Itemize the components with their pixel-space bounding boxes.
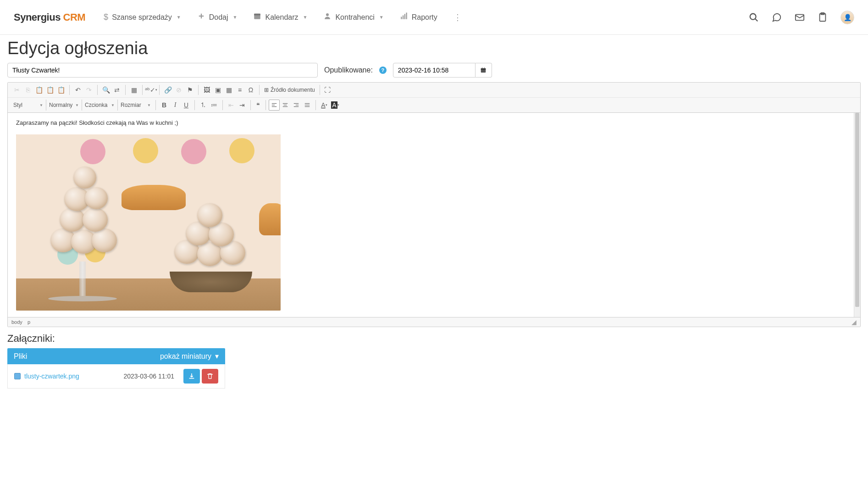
dollar-icon: $ xyxy=(104,12,108,22)
replace-button[interactable]: ⇄ xyxy=(111,84,122,95)
date-picker-button[interactable] xyxy=(475,63,492,78)
paste-word-button[interactable]: 📋 xyxy=(55,84,66,95)
source-button[interactable]: ⊞ Źródło dokumentu xyxy=(261,84,318,95)
align-center-button[interactable] xyxy=(280,100,291,111)
align-justify-button[interactable] xyxy=(302,100,313,111)
editor-content-area[interactable]: Zapraszamy na pączki! Słodkości czekają … xyxy=(8,113,854,317)
clipboard-button[interactable] xyxy=(818,12,828,22)
bold-button[interactable]: B xyxy=(159,100,170,111)
size-select[interactable]: Rozmiar▼ xyxy=(118,100,154,111)
maximize-button[interactable]: ⛶ xyxy=(322,84,333,95)
image-button[interactable]: 🖼 xyxy=(201,84,212,95)
editor-paragraph: Zapraszamy na pączki! Słodkości czekają … xyxy=(16,119,846,126)
indent-button[interactable]: ⇥ xyxy=(237,100,248,111)
published-date-input[interactable] xyxy=(393,63,475,78)
svg-rect-6 xyxy=(403,16,404,19)
scrollbar-thumb[interactable] xyxy=(855,113,859,307)
redo-button[interactable]: ↷ xyxy=(83,84,94,95)
hr-button[interactable]: ≡ xyxy=(234,84,245,95)
svg-rect-17 xyxy=(484,67,485,69)
ordered-list-button[interactable]: ⒈ xyxy=(198,100,209,111)
attachments-title: Załączniki: xyxy=(7,333,861,345)
align-left-button[interactable] xyxy=(269,100,280,111)
copy-button[interactable]: ⎘ xyxy=(22,84,33,95)
select-all-button[interactable]: ▦ xyxy=(128,84,139,95)
unordered-list-button[interactable]: ≔ xyxy=(209,100,220,111)
attachments-header: Pliki pokaż miniatury ▾ xyxy=(7,348,225,364)
text-color-button[interactable]: A▾ xyxy=(319,100,330,111)
align-right-button[interactable] xyxy=(291,100,302,111)
app-header: Synergius CRM $ Szanse sprzedaży ▼ Dodaj… xyxy=(0,0,868,35)
logo-suffix: CRM xyxy=(63,11,86,23)
element-path[interactable]: body p xyxy=(11,319,34,325)
underline-button[interactable]: U xyxy=(181,100,192,111)
header-actions: 👤 xyxy=(749,11,854,24)
table-button[interactable]: ▦ xyxy=(223,84,234,95)
cut-button[interactable]: ✂ xyxy=(11,84,22,95)
download-icon xyxy=(188,373,195,380)
nav-more[interactable]: ⋮ xyxy=(453,12,462,22)
nav-contractors[interactable]: Kontrahenci ▼ xyxy=(323,12,383,22)
format-select[interactable]: Normalny▼ xyxy=(46,100,82,111)
find-button[interactable]: 🔍 xyxy=(100,84,111,95)
editor-body: Zapraszamy na pączki! Słodkości czekają … xyxy=(8,113,860,317)
nav-calendar-label: Kalendarz xyxy=(265,13,298,22)
search-button[interactable] xyxy=(749,12,759,22)
file-type-icon xyxy=(14,373,21,379)
thumbnails-label: pokaż miniatury xyxy=(160,352,211,361)
toolbar-row-1: ✂ ⎘ 📋 📋 📋 ↶ ↷ 🔍 ⇄ ▦ xyxy=(8,83,860,97)
download-attachment-button[interactable] xyxy=(183,369,200,384)
paste-button[interactable]: 📋 xyxy=(33,84,44,95)
attachment-filename[interactable]: tlusty-czwartek.png xyxy=(24,373,123,380)
resize-handle[interactable]: ◢ xyxy=(851,318,857,326)
blockquote-button[interactable]: ❝ xyxy=(253,100,264,111)
announcement-title-input[interactable] xyxy=(7,63,318,78)
italic-button[interactable]: I xyxy=(170,100,181,111)
toolbar-row-2: Styl▼ Normalny▼ Czcionka▼ Rozmiar▼ B I U… xyxy=(8,97,860,112)
bg-color-button[interactable]: A▾ xyxy=(330,100,341,111)
attachments-panel: Pliki pokaż miniatury ▾ tlusty-czwartek.… xyxy=(7,348,225,389)
unlink-button[interactable]: ⊘ xyxy=(173,84,184,95)
special-char-button[interactable]: Ω xyxy=(245,84,256,95)
nav-contractors-label: Kontrahenci xyxy=(335,13,374,22)
mail-button[interactable] xyxy=(795,12,805,22)
help-icon[interactable]: ? xyxy=(379,67,387,74)
more-vertical-icon: ⋮ xyxy=(453,12,462,22)
svg-rect-16 xyxy=(482,67,482,69)
style-select[interactable]: Styl▼ xyxy=(11,100,46,111)
page-title: Edycja ogłoszenia xyxy=(7,39,861,58)
nav-sales-label: Szanse sprzedaży xyxy=(112,13,172,22)
delete-attachment-button[interactable] xyxy=(202,369,218,384)
chat-button[interactable] xyxy=(772,12,782,22)
chevron-down-icon: ▼ xyxy=(379,15,384,20)
nav-reports[interactable]: Raporty xyxy=(400,12,437,22)
spellcheck-button[interactable]: ᵃᵇ✓▾ xyxy=(145,84,156,95)
user-icon xyxy=(323,12,332,22)
svg-point-4 xyxy=(326,13,329,16)
outdent-button[interactable]: ⇤ xyxy=(226,100,237,111)
path-p[interactable]: p xyxy=(28,319,30,325)
source-icon: ⊞ xyxy=(264,87,269,93)
editor-scrollbar[interactable] xyxy=(854,113,860,317)
chevron-down-icon: ▼ xyxy=(233,15,238,20)
page-content: Edycja ogłoszenia Opublikowane: ? ✂ ⎘ 📋 … xyxy=(0,35,868,402)
link-button[interactable]: 🔗 xyxy=(162,84,173,95)
svg-point-9 xyxy=(750,13,756,19)
show-thumbnails-toggle[interactable]: pokaż miniatury ▾ xyxy=(160,352,219,361)
editor-toolbar: ✂ ⎘ 📋 📋 📋 ↶ ↷ 🔍 ⇄ ▦ xyxy=(8,83,860,113)
nav-sales[interactable]: $ Szanse sprzedaży ▼ xyxy=(104,12,181,22)
user-avatar[interactable]: 👤 xyxy=(840,11,854,24)
svg-rect-3 xyxy=(254,14,261,16)
path-body[interactable]: body xyxy=(11,319,22,325)
chevron-down-icon: ▾ xyxy=(215,352,219,361)
calendar-icon xyxy=(253,12,261,22)
undo-button[interactable]: ↶ xyxy=(72,84,83,95)
paste-text-button[interactable]: 📋 xyxy=(44,84,55,95)
editor-embedded-image[interactable] xyxy=(16,134,281,311)
svg-rect-15 xyxy=(481,68,486,70)
nav-add[interactable]: Dodaj ▼ xyxy=(197,12,238,22)
font-select[interactable]: Czcionka▼ xyxy=(82,100,118,111)
embed-button[interactable]: ▣ xyxy=(212,84,223,95)
anchor-button[interactable]: ⚑ xyxy=(184,84,195,95)
nav-calendar[interactable]: Kalendarz ▼ xyxy=(253,12,307,22)
